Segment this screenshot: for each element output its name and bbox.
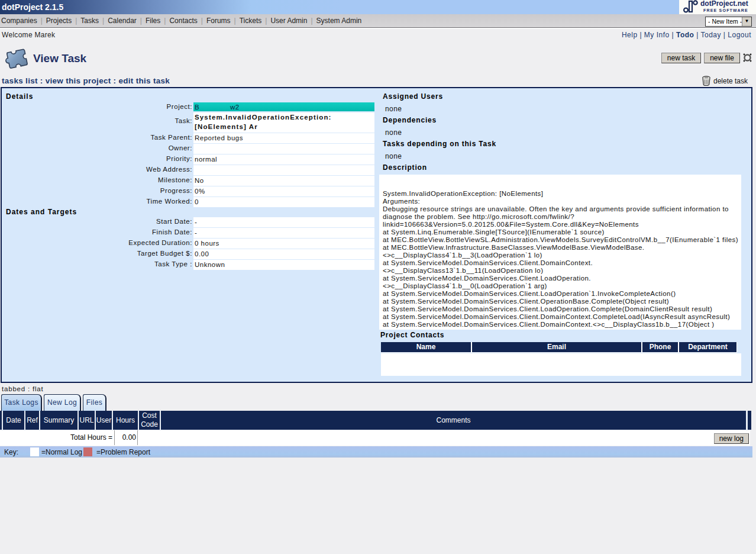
svg-text:FREE SOFTWARE: FREE SOFTWARE <box>703 8 748 12</box>
svg-text:dotProject.net: dotProject.net <box>700 0 748 8</box>
